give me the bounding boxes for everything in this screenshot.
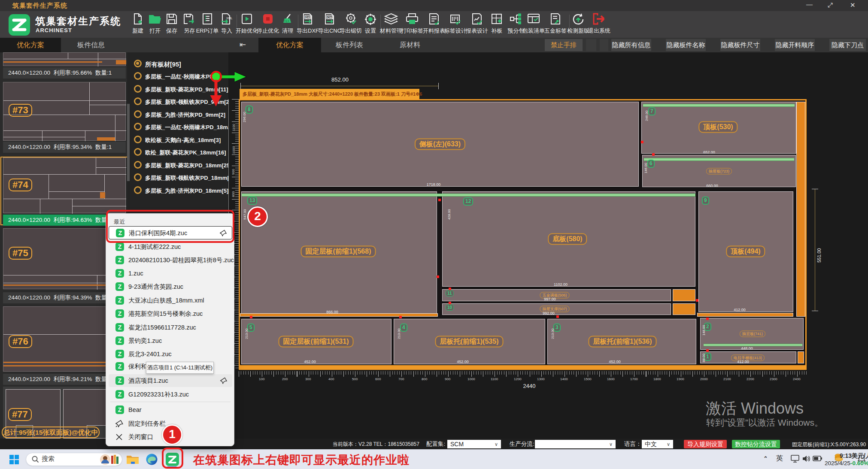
svg-text:XML: XML [226,17,233,20]
svg-text:DXF: DXF [306,16,311,19]
svg-text:CNC: CNC [328,16,334,19]
